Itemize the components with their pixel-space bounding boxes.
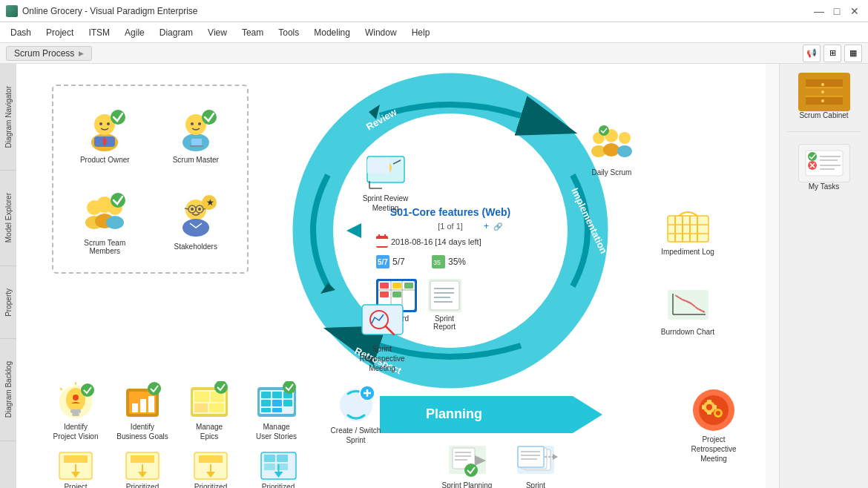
svg-marker-107 (380, 396, 602, 433)
main-canvas[interactable]: Product Owner (16, 64, 779, 488)
svg-rect-96 (668, 216, 708, 242)
team-members-box: Product Owner (52, 85, 249, 274)
prioritized-use-cases[interactable]: PrioritizedUse Cases (113, 449, 172, 488)
prioritized-epics[interactable]: PrioritizedEpics (181, 449, 240, 488)
svg-point-205 (808, 152, 817, 161)
burndown-chart-label: Burndown Chart (661, 327, 714, 337)
sidebar-tab-model-explorer[interactable]: Model Explorer (0, 171, 16, 266)
daily-scrum[interactable]: Daily Scrum (580, 123, 643, 177)
menu-view[interactable]: View (200, 24, 234, 41)
sprint-retrospective-meeting[interactable]: Sprint RetrospectiveMeeting (349, 301, 415, 373)
sidebar-tab-property[interactable]: Property (0, 266, 16, 340)
identify-business-goals-label: IdentifyBusiness Goals (116, 422, 168, 441)
sidebar-tab-property-label: Property (4, 288, 13, 317)
manage-epics[interactable]: ManageEpics (180, 381, 239, 441)
menu-window[interactable]: Window (358, 24, 404, 41)
svg-rect-104 (668, 290, 708, 320)
svg-rect-63 (380, 283, 389, 288)
scrum-team-members-icon (79, 187, 130, 237)
my-tasks-icon (798, 144, 850, 182)
menu-team[interactable]: Team (234, 24, 271, 41)
menu-help[interactable]: Help (404, 24, 438, 41)
svg-point-25 (198, 208, 201, 211)
svg-text:Report: Report (433, 323, 456, 331)
planning-section: Planning (380, 389, 602, 441)
svg-rect-182 (131, 455, 154, 463)
sidebar-tab-diagram-backlog[interactable]: Diagram Backlog (0, 339, 16, 441)
sprint-backlog[interactable]: SprintBacklog (506, 442, 565, 488)
svg-rect-148 (283, 400, 292, 406)
sprint-planning-meeting[interactable]: Sprint PlanningMeeting (435, 442, 499, 488)
svg-point-88 (603, 143, 619, 156)
svg-text:35: 35 (433, 259, 441, 266)
planning-arrow-svg: Planning (380, 389, 602, 441)
scrum-team-members-item[interactable]: Scrum TeamMembers (79, 187, 130, 255)
scrum-cycle-svg: Review Implementation Retrospect (231, 71, 677, 390)
stakeholders-icon: ★ (171, 191, 221, 241)
menu-agile[interactable]: Agile (117, 24, 152, 41)
svg-point-24 (191, 208, 194, 211)
svg-rect-194 (264, 464, 275, 470)
prioritized-user-stories[interactable]: PrioritizedUser Stories (246, 449, 310, 488)
menu-project[interactable]: Project (39, 24, 81, 41)
breadcrumb-label: Scrum Process (14, 48, 74, 59)
identify-business-goals[interactable]: IdentifyBusiness Goals (113, 381, 172, 441)
my-tasks-item[interactable]: My Tasks (795, 141, 853, 194)
app-icon (6, 5, 18, 17)
breadcrumb[interactable]: Scrum Process (6, 46, 92, 61)
daily-scrum-label: Daily Scrum (592, 168, 632, 177)
create-switch-sprint[interactable]: Create / SwitchSprint (324, 383, 387, 445)
scrum-master-item[interactable]: Scrum Master (171, 104, 221, 164)
menu-dash[interactable]: Dash (3, 24, 39, 41)
svg-rect-14 (190, 145, 203, 147)
stakeholders-label: Stakeholders (174, 243, 217, 251)
svg-point-4 (107, 122, 110, 125)
sidebar-tab-model-explorer-label: Model Explorer (4, 193, 13, 243)
maximize-button[interactable]: □ (829, 4, 844, 19)
svg-marker-172 (553, 454, 558, 460)
svg-text:35%: 35% (448, 257, 466, 267)
scrum-cabinet-item[interactable]: Scrum Cabinet (795, 70, 853, 122)
project-vision[interactable]: ProjectVision (46, 449, 105, 488)
window-controls[interactable]: — □ ✕ (812, 4, 862, 19)
manage-user-stories[interactable]: ManageUser Stories (245, 381, 308, 441)
menu-diagram[interactable]: Diagram (152, 24, 200, 41)
identify-project-vision[interactable]: IdentifyProject Vision (46, 381, 105, 441)
svg-rect-167 (518, 446, 544, 467)
toolbar-announce-button[interactable]: 📢 (803, 44, 821, 62)
svg-point-89 (619, 132, 631, 144)
close-button[interactable]: ✕ (847, 4, 862, 19)
svg-rect-143 (261, 392, 271, 398)
impediment-log[interactable]: Impediment Log (654, 208, 721, 257)
toolbar-grid-button[interactable]: ⊞ (823, 44, 841, 62)
svg-rect-136 (194, 392, 209, 402)
project-retrospective-meeting-label: Project RetrospectiveMeeting (680, 435, 747, 464)
product-owner-item[interactable]: Product Owner (79, 104, 130, 164)
title-bar-left: Online Grocery - Visual Paradigm Enterpr… (6, 5, 198, 17)
svg-rect-131 (140, 399, 146, 412)
sidebar-tab-diagram-navigator[interactable]: Diagram Navigator (0, 64, 16, 171)
svg-rect-84 (367, 159, 389, 174)
svg-text:★: ★ (206, 197, 214, 208)
toolbar-layout-button[interactable]: ▦ (844, 44, 862, 62)
svg-point-11 (198, 122, 201, 125)
impediment-log-label: Impediment Log (661, 247, 714, 257)
menu-tools[interactable]: Tools (271, 24, 306, 41)
sprint-review-meeting[interactable]: Sprint ReviewMeeting (354, 153, 417, 213)
right-panel: Scrum Cabinet (779, 64, 868, 488)
svg-rect-13 (191, 139, 202, 145)
svg-rect-138 (194, 403, 208, 412)
my-tasks-label: My Tasks (809, 182, 840, 191)
svg-rect-130 (132, 403, 138, 412)
stakeholders-item[interactable]: ★ Stakeholders (171, 191, 221, 251)
burndown-chart[interactable]: Burndown Chart (654, 286, 721, 337)
project-retrospective-meeting[interactable]: Project RetrospectiveMeeting (680, 386, 747, 464)
menu-modeling[interactable]: Modeling (306, 24, 358, 41)
menu-itsm[interactable]: ITSM (81, 24, 117, 41)
svg-point-163 (464, 464, 478, 477)
minimize-button[interactable]: — (812, 4, 826, 19)
svg-text:5/7: 5/7 (392, 257, 405, 267)
manage-epics-label: ManageEpics (196, 422, 223, 441)
svg-point-90 (617, 145, 632, 157)
svg-point-3 (99, 122, 102, 125)
